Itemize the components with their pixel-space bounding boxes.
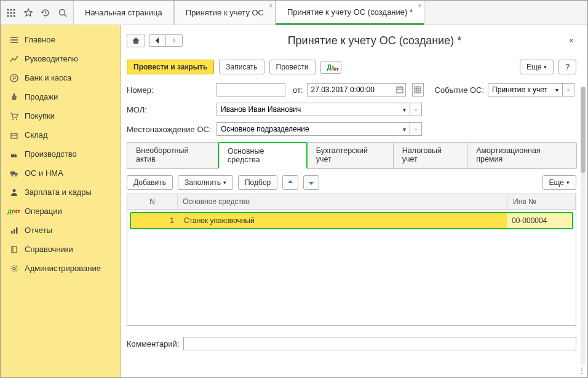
svg-point-17 [15, 175, 17, 176]
search-icon[interactable] [57, 7, 68, 18]
sidebar-item-production[interactable]: Производство [1, 144, 120, 163]
sidebar-item-label: Зарплата и кадры [25, 187, 92, 197]
subtab-noncurrent[interactable]: Внеоборотный актив [127, 142, 218, 168]
bars-icon [9, 226, 18, 235]
sidebar-item-label: Администрирование [25, 264, 101, 273]
move-down-button[interactable] [303, 175, 319, 190]
subtab-fixed-assets[interactable]: Основные средства [218, 142, 308, 169]
svg-rect-20 [14, 229, 15, 234]
sidebar-item-sales[interactable]: Продажи [1, 87, 120, 106]
post-and-close-button[interactable]: Провести и закрыть [127, 60, 214, 74]
dk-button[interactable]: Дт [320, 61, 341, 74]
event-input[interactable] [488, 83, 551, 96]
sidebar-item-bank[interactable]: ₽ Банк и касса [1, 68, 120, 87]
comment-input[interactable] [183, 337, 577, 350]
tab-home[interactable]: Начальная страница [73, 1, 174, 25]
ruble-icon: ₽ [9, 73, 18, 82]
close-icon[interactable]: × [418, 2, 421, 9]
sidebar-item-os-nma[interactable]: ОС и НМА [1, 163, 120, 183]
sidebar-item-label: Операции [25, 207, 62, 216]
svg-rect-24 [397, 87, 403, 93]
table-row[interactable]: 1 Станок упаковочный 00-000004 [130, 212, 573, 229]
svg-point-7 [10, 15, 12, 17]
svg-point-1 [10, 9, 12, 10]
sidebar-item-salary[interactable]: Зарплата и кадры [1, 183, 120, 202]
cell-inv: 00-000004 [507, 213, 572, 228]
sidebar-item-label: Продажи [25, 92, 58, 101]
dropdown-icon[interactable]: ▾ [551, 83, 563, 96]
calendar-icon[interactable] [394, 83, 406, 96]
history-icon[interactable] [40, 7, 51, 18]
post-button[interactable]: Провести [269, 60, 316, 74]
open-icon[interactable]: ▫ [410, 103, 422, 116]
home-button[interactable] [127, 34, 145, 47]
move-up-button[interactable] [282, 175, 298, 190]
add-button[interactable]: Добавить [127, 175, 173, 190]
svg-rect-19 [11, 231, 13, 234]
svg-point-23 [13, 267, 15, 270]
scrollbar[interactable] [581, 87, 586, 365]
open-icon[interactable]: ▫ [410, 122, 422, 136]
col-inv[interactable]: Инв № [508, 194, 576, 209]
cell-n: 1 [131, 213, 179, 228]
assets-grid: N Основное средство Инв № 1 Станок упако… [127, 194, 576, 326]
truck-icon [9, 168, 18, 178]
subtab-tax[interactable]: Налоговый учет [393, 142, 467, 168]
sidebar-item-label: Отчеты [25, 226, 52, 235]
svg-point-8 [13, 15, 15, 17]
fill-date-button[interactable] [412, 83, 424, 96]
sidebar-item-catalogs[interactable]: Справочники [1, 240, 120, 259]
table-more-button[interactable]: Еще ▾ [542, 175, 576, 190]
sidebar-item-label: Производство [25, 149, 77, 159]
sidebar-item-manager[interactable]: Руководителю [1, 49, 120, 68]
tab-os-create[interactable]: Принятие к учету ОС (создание) * × [276, 1, 424, 25]
cell-name: Станок упаковочный [179, 213, 507, 228]
sidebar-item-purchases[interactable]: Покупки [1, 106, 120, 125]
col-name[interactable]: Основное средство [178, 194, 508, 209]
subtab-premium[interactable]: Амортизационная премия [467, 142, 577, 168]
sidebar-item-main[interactable]: Главное [1, 30, 120, 49]
dropdown-icon[interactable]: ▾ [399, 103, 410, 116]
svg-point-6 [7, 15, 9, 17]
close-button[interactable]: × [566, 33, 576, 48]
date-input[interactable] [307, 83, 394, 96]
sidebar-item-label: Главное [25, 35, 55, 44]
number-label: Номер: [127, 85, 213, 95]
back-button[interactable] [149, 34, 166, 47]
svg-rect-21 [16, 227, 18, 234]
sidebar-item-admin[interactable]: Администрирование [1, 259, 120, 278]
open-icon[interactable]: ▫ [563, 83, 574, 96]
more-button[interactable]: Еще ▾ [520, 60, 554, 74]
sidebar-item-operations[interactable]: ДтКт Операции [1, 202, 120, 221]
sidebar-item-label: Банк и касса [25, 73, 72, 82]
sidebar-item-warehouse[interactable]: Склад [1, 125, 120, 144]
write-button[interactable]: Записать [219, 60, 264, 74]
sidebar-item-reports[interactable]: Отчеты [1, 221, 120, 240]
svg-rect-15 [11, 133, 17, 138]
fill-button[interactable]: Заполнить ▾ [178, 175, 233, 190]
close-icon[interactable]: × [269, 2, 272, 9]
apps-icon[interactable] [6, 7, 17, 18]
number-input[interactable] [217, 83, 285, 96]
star-icon[interactable] [23, 7, 34, 18]
dk-icon: ДтКт [9, 207, 18, 216]
forward-button[interactable] [166, 34, 183, 47]
mol-label: МОЛ: [127, 105, 213, 114]
help-button[interactable]: ? [558, 60, 576, 74]
svg-point-2 [13, 9, 15, 10]
book-icon [9, 245, 18, 254]
dropdown-icon[interactable]: ▾ [399, 122, 410, 136]
location-input[interactable] [217, 122, 399, 136]
box-icon [9, 130, 18, 140]
tab-os-list[interactable]: Принятие к учету ОС × [174, 1, 276, 25]
subtab-accounting[interactable]: Бухгалтерский учет [307, 142, 394, 168]
col-n[interactable]: N [127, 194, 178, 209]
sidebar: Главное Руководителю ₽ Банк и касса Прод… [1, 25, 121, 377]
person-icon [9, 187, 18, 197]
resize-handle-icon[interactable]: ⋮ [578, 366, 586, 375]
pick-button[interactable]: Подбор [238, 175, 277, 190]
scrollbar-thumb[interactable] [581, 87, 586, 173]
page-title: Принятие к учету ОС (создание) * [183, 34, 566, 47]
mol-input[interactable] [217, 103, 399, 116]
event-label: Событие ОС: [435, 85, 485, 95]
